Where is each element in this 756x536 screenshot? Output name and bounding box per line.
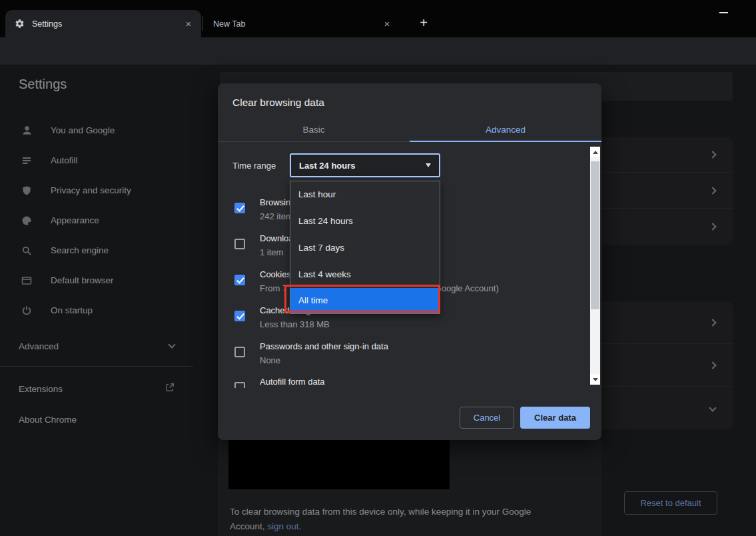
checkbox-passwords[interactable] (234, 347, 245, 357)
time-range-label: Time range (232, 161, 276, 171)
tab-basic[interactable]: Basic (218, 120, 410, 141)
row-detail: Less than 318 MB (260, 319, 330, 329)
settings-gear-icon (15, 19, 25, 29)
time-range-select[interactable]: Last 24 hours (290, 153, 440, 177)
option-last-4-weeks[interactable]: Last 4 weeks (290, 261, 440, 288)
tab-title: New Tab (213, 19, 381, 29)
select-caret-icon (426, 163, 431, 167)
row-autofill-form-data: Autofill form data (218, 375, 601, 388)
new-tab-button[interactable]: + (414, 13, 433, 32)
scroll-up-icon[interactable] (590, 147, 600, 157)
row-passwords: Passwords and other sign-in data None (218, 340, 601, 372)
time-range-value: Last 24 hours (299, 161, 426, 171)
annotation-highlight-box (284, 285, 440, 313)
tab-settings[interactable]: Settings × (5, 10, 201, 37)
dialog-title: Clear browsing data (232, 97, 324, 109)
close-tab-icon[interactable]: × (183, 18, 194, 30)
checkbox-browsing-history[interactable] (234, 203, 245, 213)
scroll-down-icon[interactable] (590, 374, 600, 385)
tab-new-tab[interactable]: New Tab × (204, 10, 400, 37)
scrollbar-thumb[interactable] (591, 161, 599, 309)
row-label: Autofill form data (260, 377, 325, 387)
tab-advanced[interactable]: Advanced (410, 120, 601, 141)
row-label: Passwords and other sign-in data (260, 341, 388, 351)
minimize-button[interactable] (719, 12, 728, 13)
close-tab-icon[interactable]: × (381, 18, 393, 30)
dialog-tabs: Basic Advanced (218, 120, 601, 142)
tab-separator (202, 16, 202, 31)
cancel-button[interactable]: Cancel (460, 407, 514, 429)
checkbox-cookies[interactable] (234, 275, 245, 285)
option-last-24-hours[interactable]: Last 24 hours (290, 208, 440, 235)
browser-toolbar: Chrome | chrome://settings/clearBrowserD… (0, 37, 756, 65)
checkbox-autofill-form-data[interactable] (234, 382, 245, 388)
clear-browsing-data-dialog: Clear browsing data Basic Advanced Time … (218, 83, 601, 440)
dialog-content: Time range Last 24 hours Browsing histor… (218, 142, 601, 388)
clear-data-button[interactable]: Clear data (520, 407, 590, 429)
tab-bar: Settings × New Tab × + (0, 0, 756, 37)
checkbox-cached-files[interactable] (234, 311, 245, 321)
tab-title: Settings (32, 19, 183, 29)
row-detail: 1 item (260, 247, 283, 257)
dialog-buttons: Cancel Clear data (218, 407, 601, 429)
option-last-7-days[interactable]: Last 7 days (290, 235, 440, 261)
row-detail: None (260, 355, 280, 365)
option-last-hour[interactable]: Last hour (290, 181, 440, 208)
dialog-scrollbar[interactable] (590, 147, 600, 385)
settings-page: Settings You and Google Autofill Privacy… (0, 65, 756, 536)
checkbox-download-history[interactable] (234, 239, 245, 249)
